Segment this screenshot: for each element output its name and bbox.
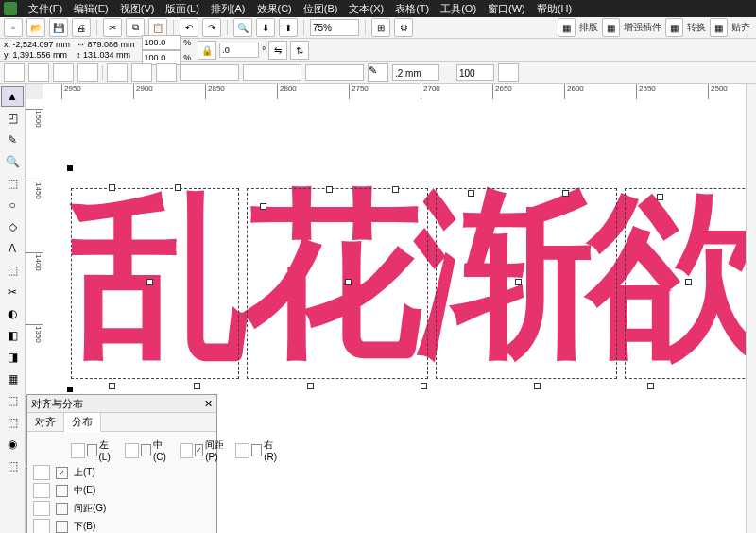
node-handle[interactable] (657, 194, 663, 200)
cut-icon[interactable]: ✂ (103, 18, 122, 37)
tool-button[interactable]: ◰ (1, 108, 24, 129)
snap-icon[interactable]: ⊞ (371, 18, 390, 37)
export-icon[interactable]: ⬆ (279, 18, 298, 37)
tool-button[interactable]: ◐ (1, 303, 24, 324)
node-handle[interactable] (326, 186, 333, 193)
arrow-start-dropdown[interactable] (180, 64, 239, 81)
node-handle[interactable] (685, 279, 692, 285)
toolbar-group-icon[interactable]: ▦ (602, 18, 620, 37)
extra-btn[interactable] (498, 63, 519, 82)
menu-item[interactable]: 编辑(E) (68, 2, 114, 16)
panel-tab[interactable]: 分布 (64, 413, 101, 432)
node-handle[interactable] (515, 279, 522, 285)
selection-handle[interactable] (67, 387, 73, 392)
color-palette[interactable] (746, 84, 756, 533)
mirror-h-icon[interactable]: ⇋ (268, 41, 287, 60)
menu-item[interactable]: 视图(V) (114, 2, 161, 16)
menu-item[interactable]: 工具(O) (435, 2, 482, 16)
node-handle[interactable] (392, 186, 399, 193)
tool-button[interactable]: ✂ (1, 282, 24, 302)
node-handle[interactable] (260, 203, 266, 210)
menu-item[interactable]: 位图(B) (298, 2, 344, 16)
menu-item[interactable]: 文本(X) (343, 2, 389, 16)
tool-button[interactable]: ⬚ (1, 173, 24, 194)
toolbar-group-icon[interactable]: ▦ (710, 18, 728, 37)
align-btn-7[interactable] (156, 63, 177, 82)
align-btn-2[interactable] (28, 63, 49, 82)
align-btn-1[interactable] (4, 63, 25, 82)
checkbox[interactable] (251, 444, 262, 456)
tool-button[interactable]: ◨ (1, 347, 24, 368)
checkbox[interactable] (56, 485, 68, 497)
outline-btn[interactable]: ✎ (368, 63, 388, 82)
distribute-v-icon[interactable] (33, 465, 50, 480)
tool-button[interactable]: A (1, 238, 24, 259)
tool-button[interactable]: ⬚ (1, 390, 24, 411)
new-icon[interactable]: ▫ (4, 18, 23, 37)
mirror-v-icon[interactable]: ⇅ (290, 41, 309, 60)
node-handle[interactable] (307, 383, 314, 389)
paste-icon[interactable]: 📋 (148, 18, 167, 37)
menu-item[interactable]: 帮助(H) (531, 2, 577, 16)
distribute-v-icon[interactable] (33, 501, 50, 516)
zoom-input[interactable] (310, 19, 359, 36)
checkbox[interactable]: ✓ (56, 467, 68, 479)
tool-button[interactable]: ○ (1, 195, 24, 215)
lock-ratio-icon[interactable]: 🔒 (198, 41, 216, 60)
outline-width-input[interactable] (392, 64, 439, 81)
distribute-v-icon[interactable] (33, 519, 50, 533)
checkbox[interactable] (56, 521, 68, 533)
align-btn-5[interactable] (107, 63, 128, 82)
tool-button[interactable]: ⬚ (1, 456, 24, 476)
open-icon[interactable]: 📂 (26, 18, 45, 37)
tool-button[interactable]: ⬚ (1, 260, 24, 281)
node-handle[interactable] (109, 184, 115, 191)
tool-button[interactable]: ⬚ (1, 412, 24, 433)
node-handle[interactable] (534, 383, 541, 389)
distribute-h-icon[interactable] (180, 443, 193, 458)
tool-button[interactable]: ◉ (1, 434, 24, 455)
print-icon[interactable]: 🖨 (72, 18, 91, 37)
close-icon[interactable]: ✕ (204, 398, 213, 410)
tool-button[interactable]: ◇ (1, 216, 24, 237)
node-handle[interactable] (421, 383, 427, 389)
checkbox[interactable] (141, 444, 151, 456)
menu-item[interactable]: 窗口(W) (482, 2, 531, 16)
node-handle[interactable] (562, 190, 569, 197)
tool-button[interactable]: ✎ (1, 129, 24, 150)
align-btn-6[interactable] (131, 63, 152, 82)
checkbox[interactable] (56, 503, 68, 515)
distribute-v-icon[interactable] (33, 483, 50, 498)
node-handle[interactable] (647, 383, 654, 389)
align-btn-3[interactable] (53, 63, 74, 82)
node-handle[interactable] (146, 279, 153, 285)
node-handle[interactable] (175, 184, 181, 191)
scale-x-input[interactable] (142, 35, 181, 50)
panel-tab[interactable]: 对齐 (27, 413, 64, 431)
arrow-end-dropdown[interactable] (305, 64, 364, 81)
align-btn-4[interactable] (77, 63, 98, 82)
copy-icon[interactable]: ⧉ (126, 18, 145, 37)
distribute-h-icon[interactable] (125, 443, 139, 458)
copies-input[interactable] (456, 64, 494, 81)
menu-item[interactable]: 排列(A) (205, 2, 251, 16)
node-handle[interactable] (109, 383, 115, 389)
distribute-h-icon[interactable] (71, 443, 85, 458)
options-icon[interactable]: ⚙ (394, 18, 413, 37)
menu-item[interactable]: 表格(T) (389, 2, 435, 16)
menu-item[interactable]: 文件(F) (23, 2, 68, 16)
undo-icon[interactable]: ↶ (180, 18, 198, 37)
menu-item[interactable]: 效果(C) (251, 2, 298, 16)
toolbar-group-icon[interactable]: ▦ (665, 18, 683, 37)
tool-button[interactable]: ▦ (1, 369, 24, 389)
node-handle[interactable] (468, 190, 474, 197)
toolbar-group-icon[interactable]: ▦ (558, 18, 576, 37)
checkbox[interactable]: ✓ (195, 444, 203, 456)
tool-button[interactable]: ◧ (1, 325, 24, 346)
line-style-dropdown[interactable] (243, 64, 301, 81)
selection-handle[interactable] (67, 165, 73, 171)
import-icon[interactable]: ⬇ (256, 18, 275, 37)
tool-button[interactable]: ▲ (1, 86, 24, 107)
tool-button[interactable]: 🔍 (1, 151, 24, 172)
checkbox[interactable] (87, 444, 97, 456)
